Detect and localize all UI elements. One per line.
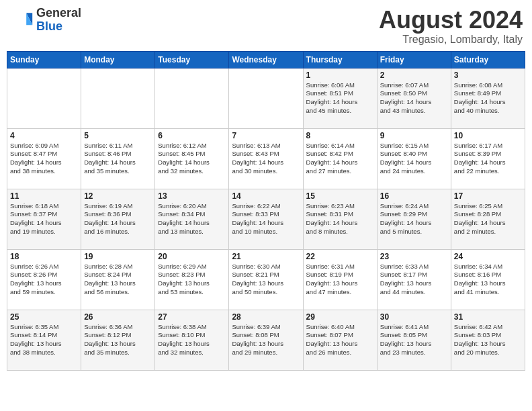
day-number: 1 (306, 71, 374, 80)
calendar-cell: 13Sunrise: 6:20 AM Sunset: 8:34 PM Dayli… (155, 189, 229, 249)
day-number: 8 (306, 131, 374, 140)
day-number: 11 (10, 191, 78, 201)
weekday-header: Monday (81, 51, 155, 68)
calendar-cell: 30Sunrise: 6:41 AM Sunset: 8:05 PM Dayli… (377, 310, 451, 370)
day-number: 25 (10, 312, 78, 322)
day-number: 24 (454, 252, 522, 261)
day-number: 23 (380, 252, 448, 261)
logo-general: General (36, 6, 81, 19)
day-number: 21 (232, 252, 300, 261)
calendar-cell: 27Sunrise: 6:38 AM Sunset: 8:10 PM Dayli… (155, 310, 229, 370)
day-number: 5 (84, 131, 152, 140)
calendar-cell: 22Sunrise: 6:31 AM Sunset: 8:19 PM Dayli… (303, 249, 377, 310)
cell-detail: Sunrise: 6:19 AM Sunset: 8:36 PM Dayligh… (84, 202, 152, 236)
cell-detail: Sunrise: 6:17 AM Sunset: 8:39 PM Dayligh… (454, 142, 522, 176)
day-number: 18 (10, 252, 78, 261)
cell-detail: Sunrise: 6:41 AM Sunset: 8:05 PM Dayligh… (380, 323, 448, 357)
calendar-cell: 1Sunrise: 6:06 AM Sunset: 8:51 PM Daylig… (303, 68, 377, 128)
day-number: 16 (380, 191, 448, 201)
cell-detail: Sunrise: 6:28 AM Sunset: 8:24 PM Dayligh… (84, 263, 152, 297)
calendar-cell: 17Sunrise: 6:25 AM Sunset: 8:28 PM Dayli… (451, 189, 525, 249)
cell-detail: Sunrise: 6:39 AM Sunset: 8:08 PM Dayligh… (232, 323, 300, 357)
logo-blue: Blue (36, 19, 62, 33)
calendar-cell: 25Sunrise: 6:35 AM Sunset: 8:14 PM Dayli… (7, 310, 81, 370)
cell-detail: Sunrise: 6:14 AM Sunset: 8:42 PM Dayligh… (306, 142, 374, 176)
day-number: 31 (454, 312, 522, 322)
calendar-cell: 23Sunrise: 6:33 AM Sunset: 8:17 PM Dayli… (377, 249, 451, 310)
calendar-cell: 26Sunrise: 6:36 AM Sunset: 8:12 PM Dayli… (81, 310, 155, 370)
weekday-header: Friday (377, 51, 451, 68)
day-number: 4 (10, 131, 78, 140)
cell-detail: Sunrise: 6:30 AM Sunset: 8:21 PM Dayligh… (232, 263, 300, 297)
cell-detail: Sunrise: 6:09 AM Sunset: 8:47 PM Dayligh… (10, 142, 78, 176)
calendar-cell (81, 68, 155, 128)
calendar-week-row: 25Sunrise: 6:35 AM Sunset: 8:14 PM Dayli… (7, 310, 525, 370)
logo-text: General Blue (36, 7, 81, 34)
cell-detail: Sunrise: 6:06 AM Sunset: 8:51 PM Dayligh… (306, 81, 374, 116)
weekday-header: Thursday (303, 51, 377, 68)
day-number: 14 (232, 191, 300, 201)
cell-detail: Sunrise: 6:24 AM Sunset: 8:29 PM Dayligh… (380, 202, 448, 236)
calendar-week-row: 1Sunrise: 6:06 AM Sunset: 8:51 PM Daylig… (7, 68, 525, 128)
day-number: 9 (380, 131, 448, 140)
day-number: 13 (158, 191, 226, 201)
page-header: General Blue August 2024 Tregasio, Lomba… (7, 7, 525, 46)
cell-detail: Sunrise: 6:36 AM Sunset: 8:12 PM Dayligh… (84, 323, 152, 357)
day-number: 17 (454, 191, 522, 201)
cell-detail: Sunrise: 6:20 AM Sunset: 8:34 PM Dayligh… (158, 202, 226, 236)
title-block: August 2024 Tregasio, Lombardy, Italy (379, 7, 523, 46)
cell-detail: Sunrise: 6:25 AM Sunset: 8:28 PM Dayligh… (454, 202, 522, 236)
weekday-header: Saturday (451, 51, 525, 68)
weekday-header: Wednesday (229, 51, 303, 68)
calendar-cell: 6Sunrise: 6:12 AM Sunset: 8:45 PM Daylig… (155, 128, 229, 189)
cell-detail: Sunrise: 6:08 AM Sunset: 8:49 PM Dayligh… (454, 81, 522, 116)
cell-detail: Sunrise: 6:13 AM Sunset: 8:43 PM Dayligh… (232, 142, 300, 176)
day-number: 28 (232, 312, 300, 322)
weekday-header-row: SundayMondayTuesdayWednesdayThursdayFrid… (7, 51, 525, 68)
calendar-cell: 10Sunrise: 6:17 AM Sunset: 8:39 PM Dayli… (451, 128, 525, 189)
cell-detail: Sunrise: 6:34 AM Sunset: 8:16 PM Dayligh… (454, 263, 522, 297)
weekday-header: Tuesday (155, 51, 229, 68)
calendar-cell: 24Sunrise: 6:34 AM Sunset: 8:16 PM Dayli… (451, 249, 525, 310)
calendar-cell: 16Sunrise: 6:24 AM Sunset: 8:29 PM Dayli… (377, 189, 451, 249)
calendar-cell: 11Sunrise: 6:18 AM Sunset: 8:37 PM Dayli… (7, 189, 81, 249)
cell-detail: Sunrise: 6:38 AM Sunset: 8:10 PM Dayligh… (158, 323, 226, 357)
calendar-week-row: 11Sunrise: 6:18 AM Sunset: 8:37 PM Dayli… (7, 189, 525, 249)
cell-detail: Sunrise: 6:23 AM Sunset: 8:31 PM Dayligh… (306, 202, 374, 236)
day-number: 19 (84, 252, 152, 261)
logo: General Blue (9, 7, 81, 34)
calendar-cell: 21Sunrise: 6:30 AM Sunset: 8:21 PM Dayli… (229, 249, 303, 310)
calendar-cell: 29Sunrise: 6:40 AM Sunset: 8:07 PM Dayli… (303, 310, 377, 370)
day-number: 27 (158, 312, 226, 322)
day-number: 15 (306, 191, 374, 201)
cell-detail: Sunrise: 6:11 AM Sunset: 8:46 PM Dayligh… (84, 142, 152, 176)
calendar-cell (155, 68, 229, 128)
day-number: 7 (232, 131, 300, 140)
day-number: 20 (158, 252, 226, 261)
cell-detail: Sunrise: 6:07 AM Sunset: 8:50 PM Dayligh… (380, 81, 448, 116)
calendar-cell: 5Sunrise: 6:11 AM Sunset: 8:46 PM Daylig… (81, 128, 155, 189)
cell-detail: Sunrise: 6:15 AM Sunset: 8:40 PM Dayligh… (380, 142, 448, 176)
calendar-week-row: 18Sunrise: 6:26 AM Sunset: 8:26 PM Dayli… (7, 249, 525, 310)
cell-detail: Sunrise: 6:22 AM Sunset: 8:33 PM Dayligh… (232, 202, 300, 236)
day-number: 26 (84, 312, 152, 322)
day-number: 12 (84, 191, 152, 201)
location: Tregasio, Lombardy, Italy (379, 34, 523, 46)
cell-detail: Sunrise: 6:18 AM Sunset: 8:37 PM Dayligh… (10, 202, 78, 236)
cell-detail: Sunrise: 6:26 AM Sunset: 8:26 PM Dayligh… (10, 263, 78, 297)
cell-detail: Sunrise: 6:40 AM Sunset: 8:07 PM Dayligh… (306, 323, 374, 357)
calendar-cell: 19Sunrise: 6:28 AM Sunset: 8:24 PM Dayli… (81, 249, 155, 310)
cell-detail: Sunrise: 6:31 AM Sunset: 8:19 PM Dayligh… (306, 263, 374, 297)
calendar-cell: 3Sunrise: 6:08 AM Sunset: 8:49 PM Daylig… (451, 68, 525, 128)
calendar-cell: 31Sunrise: 6:42 AM Sunset: 8:03 PM Dayli… (451, 310, 525, 370)
logo-icon (9, 8, 34, 32)
calendar-week-row: 4Sunrise: 6:09 AM Sunset: 8:47 PM Daylig… (7, 128, 525, 189)
cell-detail: Sunrise: 6:29 AM Sunset: 8:23 PM Dayligh… (158, 263, 226, 297)
calendar-cell (7, 68, 81, 128)
calendar-cell: 28Sunrise: 6:39 AM Sunset: 8:08 PM Dayli… (229, 310, 303, 370)
month-year: August 2024 (379, 7, 523, 34)
calendar-cell: 8Sunrise: 6:14 AM Sunset: 8:42 PM Daylig… (303, 128, 377, 189)
cell-detail: Sunrise: 6:33 AM Sunset: 8:17 PM Dayligh… (380, 263, 448, 297)
calendar-cell: 20Sunrise: 6:29 AM Sunset: 8:23 PM Dayli… (155, 249, 229, 310)
calendar-table: SundayMondayTuesdayWednesdayThursdayFrid… (7, 51, 525, 371)
